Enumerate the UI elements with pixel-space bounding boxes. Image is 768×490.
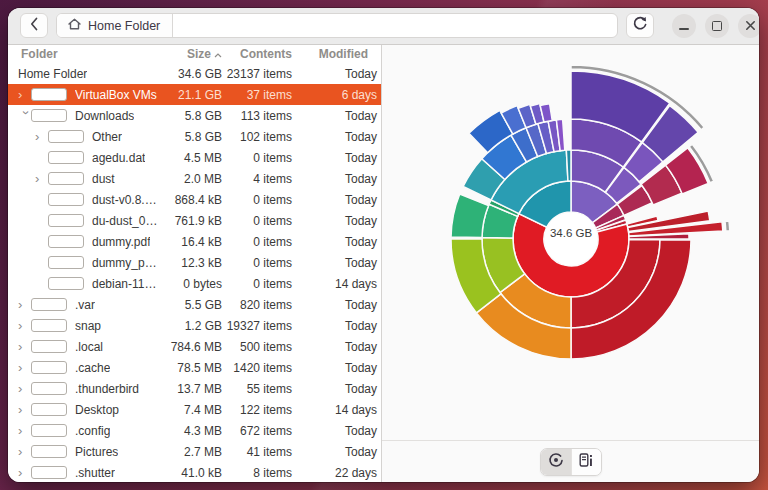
path-home-button[interactable]: Home Folder: [57, 14, 173, 37]
expander-chevron-icon[interactable]: ›: [18, 468, 31, 478]
table-row[interactable]: › .var 5.5 GB 820 items Today: [8, 294, 381, 315]
close-button[interactable]: [738, 14, 759, 38]
folder-name: .var: [75, 298, 95, 312]
ring-segment[interactable]: [451, 194, 488, 237]
folder-size: 78.5 MB: [158, 361, 222, 375]
table-row[interactable]: › dust-v0.8.4-aarch… 868.4 kB 0 items To…: [8, 189, 381, 210]
folder-name: Downloads: [75, 109, 134, 123]
table-row[interactable]: › agedu.dat 4.5 MB 0 items Today: [8, 147, 381, 168]
folder-name: .shutter: [75, 466, 115, 480]
back-button[interactable]: [20, 13, 48, 38]
expander-chevron-icon[interactable]: ›: [21, 110, 31, 123]
folder-name: dust-v0.8.4-aarch…: [92, 193, 158, 207]
table-row[interactable]: › dummy.pdf 16.4 kB 0 items Today: [8, 231, 381, 252]
column-header-size[interactable]: Size: [158, 47, 222, 61]
ring-segment[interactable]: [725, 221, 730, 231]
table-row[interactable]: › dummy_p.pdf 12.3 kB 0 items Today: [8, 252, 381, 273]
expander-chevron-icon[interactable]: ›: [18, 447, 31, 457]
folder-contents: 672 items: [222, 424, 292, 438]
folder-size: 12.3 kB: [158, 256, 222, 270]
table-row[interactable]: › VirtualBox VMs 21.1 GB 37 items 6 days: [8, 84, 381, 105]
treemap-chart-icon: [578, 452, 594, 471]
folder-size: 13.7 MB: [158, 382, 222, 396]
folder-contents: 0 items: [222, 151, 292, 165]
folder-contents: 0 items: [222, 193, 292, 207]
chart-pane: 34.6 GB: [382, 45, 759, 482]
table-row[interactable]: › .shutter 41.0 kB 8 items 22 days: [8, 462, 381, 482]
folder-size: 21.1 GB: [158, 88, 222, 102]
folder-name: dummy_p.pdf: [92, 256, 158, 270]
usage-bar: [48, 214, 84, 227]
folder-contents: 55 items: [222, 382, 292, 396]
expander-chevron-icon[interactable]: ›: [18, 300, 31, 310]
folder-name: dummy.pdf: [92, 235, 150, 249]
usage-bar: [31, 109, 67, 122]
table-row[interactable]: › Desktop 7.4 MB 122 items 14 days: [8, 399, 381, 420]
minimize-button[interactable]: [672, 14, 696, 38]
expander-chevron-icon[interactable]: ›: [35, 174, 48, 184]
table-row[interactable]: › snap 1.2 GB 19327 items Today: [8, 315, 381, 336]
column-header-contents[interactable]: Contents: [222, 47, 292, 61]
usage-bar: [31, 403, 67, 416]
folder-name: snap: [75, 319, 101, 333]
folder-contents: 37 items: [222, 88, 292, 102]
folder-modified: Today: [292, 382, 377, 396]
folder-modified: Today: [292, 193, 377, 207]
table-row[interactable]: › Other 5.8 GB 102 items Today: [8, 126, 381, 147]
table-row[interactable]: › du-dust_0.8.4_i3… 761.9 kB 0 items Tod…: [8, 210, 381, 231]
usage-bar: [48, 277, 84, 290]
expander-chevron-icon[interactable]: ›: [18, 321, 31, 331]
folder-size: 5.8 GB: [158, 130, 222, 144]
folder-size: 1.2 GB: [158, 319, 222, 333]
column-headers: Folder Size Contents Modified: [8, 45, 381, 63]
folder-name: debian-11.5.0-am…: [92, 277, 158, 291]
expander-chevron-icon[interactable]: ›: [18, 363, 31, 373]
maximize-button[interactable]: [705, 14, 729, 38]
folder-modified: Today: [292, 151, 377, 165]
table-row[interactable]: › .config 4.3 MB 672 items Today: [8, 420, 381, 441]
treemap-view-button[interactable]: [571, 449, 601, 475]
rings-chart[interactable]: 34.6 GB: [382, 45, 759, 440]
usage-bar: [48, 235, 84, 248]
folder-modified: Today: [292, 424, 377, 438]
expander-chevron-icon[interactable]: ›: [18, 384, 31, 394]
folder-contents: 23137 items: [222, 67, 292, 81]
expander-chevron-icon[interactable]: ›: [18, 426, 31, 436]
usage-bar: [31, 424, 67, 437]
folder-name: Pictures: [75, 445, 118, 459]
view-switcher: [540, 448, 602, 476]
expander-chevron-icon[interactable]: ›: [18, 90, 31, 100]
folder-list: Home Folder 34.6 GB 23137 items Today › …: [8, 63, 381, 482]
expander-chevron-icon[interactable]: ›: [35, 132, 48, 142]
reload-button[interactable]: [626, 13, 654, 38]
ring-segment[interactable]: [566, 150, 571, 181]
folder-contents: 8 items: [222, 466, 292, 480]
table-row[interactable]: › .local 784.6 MB 500 items Today: [8, 336, 381, 357]
folder-modified: Today: [292, 340, 377, 354]
table-row[interactable]: Home Folder 34.6 GB 23137 items Today: [8, 63, 381, 84]
folder-size: 4.5 MB: [158, 151, 222, 165]
table-row[interactable]: › dust 2.0 MB 4 items Today: [8, 168, 381, 189]
folder-name: agedu.dat: [92, 151, 145, 165]
folder-name: .config: [75, 424, 110, 438]
expander-chevron-icon[interactable]: ›: [18, 405, 31, 415]
table-row[interactable]: › debian-11.5.0-am… 0 bytes 0 items 14 d…: [8, 273, 381, 294]
folder-contents: 1420 items: [222, 361, 292, 375]
usage-bar: [31, 88, 67, 101]
table-row[interactable]: › .thunderbird 13.7 MB 55 items Today: [8, 378, 381, 399]
column-header-folder[interactable]: Folder: [8, 47, 158, 61]
folder-modified: 14 days: [292, 403, 377, 417]
expander-chevron-icon[interactable]: ›: [18, 342, 31, 352]
table-row[interactable]: › Downloads 5.8 GB 113 items Today: [8, 105, 381, 126]
folder-contents: 113 items: [222, 109, 292, 123]
rings-view-button[interactable]: [541, 449, 571, 475]
column-header-modified[interactable]: Modified: [292, 47, 377, 61]
folder-contents: 41 items: [222, 445, 292, 459]
table-row[interactable]: › Pictures 2.7 MB 41 items Today: [8, 441, 381, 462]
usage-bar: [48, 130, 84, 143]
folder-modified: Today: [292, 445, 377, 459]
table-row[interactable]: › .cache 78.5 MB 1420 items Today: [8, 357, 381, 378]
folder-modified: Today: [292, 361, 377, 375]
path-home-label: Home Folder: [88, 19, 160, 33]
folder-contents: 0 items: [222, 214, 292, 228]
